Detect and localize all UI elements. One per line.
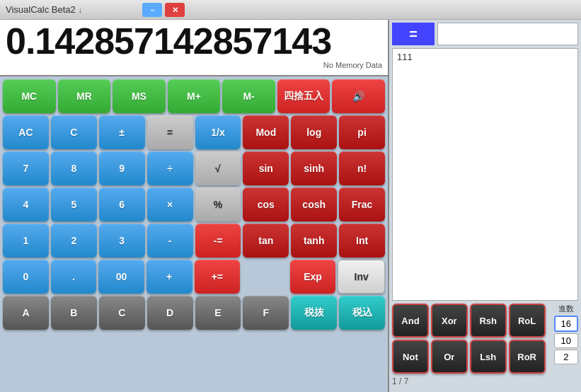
or-button[interactable]: Or xyxy=(431,340,468,374)
radix-section: 進数 16 10 2 xyxy=(554,304,578,374)
btn-dot[interactable]: . xyxy=(51,260,97,294)
frac-button[interactable]: Frac xyxy=(339,188,385,221)
num-row-0: 0 . 00 + += Exp Inv xyxy=(3,260,385,294)
radix-16[interactable]: 16 xyxy=(554,316,578,332)
main-display: 0.142857142857143 xyxy=(6,23,382,59)
sin-button[interactable]: sin xyxy=(243,151,289,185)
divide-button[interactable]: ÷ xyxy=(147,151,193,185)
btn-0[interactable]: 0 xyxy=(3,260,49,294)
hex-row: A B C D E F 税抜 税込 xyxy=(3,296,385,330)
bitwise-radix-container: And Xor Rsh RoL Not Or Lsh RoR 進数 16 10 xyxy=(392,304,578,374)
bitwise-col: And Xor Rsh RoL Not Or Lsh RoR xyxy=(392,304,546,374)
ror-button[interactable]: RoR xyxy=(509,340,546,374)
sound-button[interactable]: 🔊 xyxy=(332,79,385,113)
mplus-button[interactable]: M+ xyxy=(168,79,221,113)
ac-button[interactable]: AC xyxy=(3,115,49,149)
lsh-button[interactable]: Lsh xyxy=(470,340,507,374)
sinh-button[interactable]: sinh xyxy=(291,151,337,185)
page-indicator: 1 / 7 xyxy=(392,376,578,386)
ms-button[interactable]: MS xyxy=(113,79,166,113)
bitwise-row-1: And Xor Rsh RoL xyxy=(392,304,546,338)
sqrt-button[interactable]: √ xyxy=(195,151,241,185)
result-display xyxy=(437,23,578,45)
mc-button[interactable]: MC xyxy=(3,79,56,113)
memory-label: No Memory Data xyxy=(6,61,382,69)
btn-5[interactable]: 5 xyxy=(51,188,97,221)
not-button[interactable]: Not xyxy=(392,340,429,374)
radix-label: 進数 xyxy=(554,304,578,314)
tax-incl-button[interactable]: 税込 xyxy=(339,296,385,330)
equals-button[interactable]: = xyxy=(147,115,193,149)
sign-button[interactable]: ± xyxy=(99,115,145,149)
tax-excl-button[interactable]: 税抜 xyxy=(291,296,337,330)
btn-7[interactable]: 7 xyxy=(3,151,49,185)
mminus-button[interactable]: M- xyxy=(222,79,275,113)
num-row-4: 4 5 6 × % cos cosh Frac xyxy=(3,188,385,221)
percent-button[interactable]: % xyxy=(195,188,241,221)
c-button[interactable]: C xyxy=(51,115,97,149)
cos-button[interactable]: cos xyxy=(243,188,289,221)
btn-6[interactable]: 6 xyxy=(99,188,145,221)
radix-10[interactable]: 10 xyxy=(554,333,578,348)
tan-button[interactable]: tan xyxy=(243,224,289,258)
factorial-button[interactable]: n! xyxy=(339,151,385,185)
mod-button[interactable]: Mod xyxy=(243,115,289,149)
history-display: 111 xyxy=(392,48,578,301)
btn-8[interactable]: 8 xyxy=(51,151,97,185)
num-row-7: 7 8 9 ÷ √ sin sinh n! xyxy=(3,151,385,185)
btn-00[interactable]: 00 xyxy=(98,260,144,294)
mr-button[interactable]: MR xyxy=(58,79,111,113)
btn-f[interactable]: F xyxy=(243,296,289,330)
cosh-button[interactable]: cosh xyxy=(291,188,337,221)
btn-4[interactable]: 4 xyxy=(3,188,49,221)
button-area: MC MR MS M+ M- 四捨五入 🔊 AC C ± = 1/x Mod l… xyxy=(0,76,388,392)
plus-equals-button[interactable]: += xyxy=(195,260,241,294)
int-button[interactable]: Int xyxy=(339,224,385,258)
and-button[interactable]: And xyxy=(392,304,429,338)
memory-row: MC MR MS M+ M- 四捨五入 🔊 xyxy=(3,79,385,113)
title-arrow: ↓ xyxy=(79,6,83,14)
minimize-button[interactable]: － xyxy=(142,3,162,17)
num-row-1: 1 2 3 - -= tan tanh Int xyxy=(3,224,385,258)
rsh-button[interactable]: Rsh xyxy=(470,304,507,338)
right-top: = xyxy=(392,23,578,45)
app-title: VisualCalc Beta2 xyxy=(6,4,76,15)
xor-button[interactable]: Xor xyxy=(431,304,468,338)
close-button[interactable]: ✕ xyxy=(165,3,185,17)
equals-display: = xyxy=(392,23,435,45)
btn-2[interactable]: 2 xyxy=(51,224,97,258)
tanh-button[interactable]: tanh xyxy=(291,224,337,258)
minus-equals-button[interactable]: -= xyxy=(195,224,241,258)
pi-button[interactable]: pi xyxy=(339,115,385,149)
btn-c[interactable]: C xyxy=(99,296,145,330)
main-container: 0.142857142857143 No Memory Data MC MR M… xyxy=(0,20,581,392)
multiply-button[interactable]: × xyxy=(147,188,193,221)
minus-button[interactable]: - xyxy=(147,224,193,258)
exp-button[interactable]: Exp xyxy=(290,260,336,294)
btn-a[interactable]: A xyxy=(3,296,49,330)
btn-e[interactable]: E xyxy=(195,296,241,330)
inv-button[interactable]: Inv xyxy=(338,260,385,294)
right-panel: = 111 And Xor Rsh RoL Not Or Lsh xyxy=(389,20,581,392)
left-panel-controls: － ✕ xyxy=(142,3,185,17)
btn-d[interactable]: D xyxy=(147,296,193,330)
reciprocal-button[interactable]: 1/x xyxy=(195,115,241,149)
plus-button[interactable]: + xyxy=(146,260,192,294)
display-area: 0.142857142857143 No Memory Data xyxy=(0,20,388,76)
ops-row: AC C ± = 1/x Mod log pi xyxy=(3,115,385,149)
log-button[interactable]: log xyxy=(291,115,337,149)
btn-3[interactable]: 3 xyxy=(99,224,145,258)
title-bar: VisualCalc Beta2 ↓ － ✕ xyxy=(0,0,581,20)
bitwise-row-2: Not Or Lsh RoR xyxy=(392,340,546,374)
round-button[interactable]: 四捨五入 xyxy=(277,79,330,113)
btn-9[interactable]: 9 xyxy=(99,151,145,185)
calculator-panel: 0.142857142857143 No Memory Data MC MR M… xyxy=(0,20,389,392)
radix-2[interactable]: 2 xyxy=(554,350,578,364)
btn-1[interactable]: 1 xyxy=(3,224,49,258)
btn-b[interactable]: B xyxy=(51,296,97,330)
rol-button[interactable]: RoL xyxy=(509,304,546,338)
